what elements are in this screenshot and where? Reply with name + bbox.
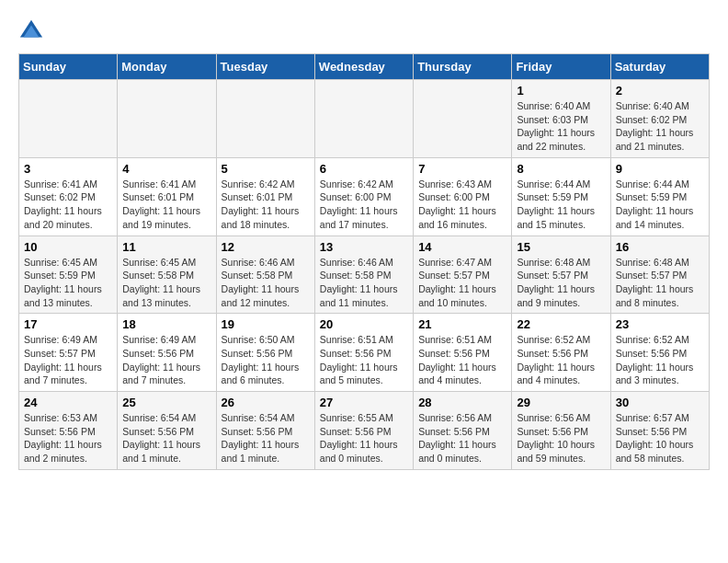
calendar-cell: 4Sunrise: 6:41 AM Sunset: 6:01 PM Daylig… (118, 157, 216, 236)
day-number: 2 (616, 84, 704, 98)
calendar-cell (314, 80, 413, 158)
day-number: 27 (320, 396, 408, 409)
calendar-cell: 23Sunrise: 6:52 AM Sunset: 5:56 PM Dayli… (610, 314, 709, 392)
header-day-tuesday: Tuesday (216, 54, 314, 80)
day-info: Sunrise: 6:40 AM Sunset: 6:03 PM Dayligh… (517, 99, 605, 154)
day-info: Sunrise: 6:44 AM Sunset: 5:59 PM Dayligh… (616, 178, 704, 232)
calendar-cell: 12Sunrise: 6:46 AM Sunset: 5:58 PM Dayli… (216, 236, 314, 314)
page-header (18, 18, 710, 44)
day-info: Sunrise: 6:47 AM Sunset: 5:57 PM Dayligh… (418, 256, 506, 310)
day-number: 9 (616, 162, 704, 176)
calendar-cell: 18Sunrise: 6:49 AM Sunset: 5:56 PM Dayli… (118, 314, 216, 392)
day-number: 18 (122, 317, 210, 331)
day-info: Sunrise: 6:45 AM Sunset: 5:58 PM Dayligh… (122, 256, 210, 310)
day-number: 14 (418, 240, 506, 254)
day-info: Sunrise: 6:56 AM Sunset: 5:56 PM Dayligh… (517, 411, 605, 465)
day-info: Sunrise: 6:51 AM Sunset: 5:56 PM Dayligh… (418, 333, 506, 387)
calendar-cell (118, 80, 216, 158)
day-number: 8 (517, 162, 605, 176)
week-row-3: 10Sunrise: 6:45 AM Sunset: 5:59 PM Dayli… (19, 236, 710, 314)
day-number: 10 (24, 240, 112, 254)
day-info: Sunrise: 6:49 AM Sunset: 5:57 PM Dayligh… (24, 333, 112, 387)
calendar-cell: 16Sunrise: 6:48 AM Sunset: 5:57 PM Dayli… (610, 236, 709, 314)
day-number: 20 (320, 317, 408, 331)
day-info: Sunrise: 6:48 AM Sunset: 5:57 PM Dayligh… (517, 256, 605, 310)
calendar-cell: 15Sunrise: 6:48 AM Sunset: 5:57 PM Dayli… (512, 236, 610, 314)
day-info: Sunrise: 6:46 AM Sunset: 5:58 PM Dayligh… (222, 256, 310, 310)
day-info: Sunrise: 6:55 AM Sunset: 5:56 PM Dayligh… (320, 411, 408, 465)
header-day-saturday: Saturday (610, 54, 709, 80)
calendar-cell: 2Sunrise: 6:40 AM Sunset: 6:02 PM Daylig… (610, 80, 709, 158)
day-number: 28 (418, 396, 506, 409)
day-number: 4 (122, 162, 210, 176)
day-info: Sunrise: 6:56 AM Sunset: 5:56 PM Dayligh… (418, 411, 506, 465)
week-row-2: 3Sunrise: 6:41 AM Sunset: 6:02 PM Daylig… (19, 157, 710, 236)
day-info: Sunrise: 6:54 AM Sunset: 5:56 PM Dayligh… (122, 411, 210, 465)
day-number: 30 (616, 396, 704, 409)
calendar-cell: 22Sunrise: 6:52 AM Sunset: 5:56 PM Dayli… (512, 314, 610, 392)
day-number: 15 (517, 240, 605, 254)
day-info: Sunrise: 6:41 AM Sunset: 6:01 PM Dayligh… (122, 178, 210, 232)
day-number: 5 (222, 162, 310, 176)
day-info: Sunrise: 6:53 AM Sunset: 5:56 PM Dayligh… (24, 411, 112, 465)
header-row: SundayMondayTuesdayWednesdayThursdayFrid… (19, 54, 710, 80)
day-info: Sunrise: 6:44 AM Sunset: 5:59 PM Dayligh… (517, 178, 605, 232)
day-number: 25 (122, 396, 210, 409)
day-info: Sunrise: 6:45 AM Sunset: 5:59 PM Dayligh… (24, 256, 112, 310)
day-info: Sunrise: 6:40 AM Sunset: 6:02 PM Dayligh… (616, 99, 704, 154)
calendar-cell: 14Sunrise: 6:47 AM Sunset: 5:57 PM Dayli… (414, 236, 512, 314)
day-number: 29 (517, 396, 605, 409)
day-number: 6 (320, 162, 408, 176)
calendar-cell: 25Sunrise: 6:54 AM Sunset: 5:56 PM Dayli… (118, 392, 216, 470)
calendar-cell: 13Sunrise: 6:46 AM Sunset: 5:58 PM Dayli… (314, 236, 413, 314)
calendar-header: SundayMondayTuesdayWednesdayThursdayFrid… (19, 54, 710, 80)
day-number: 21 (418, 317, 506, 331)
day-info: Sunrise: 6:54 AM Sunset: 5:56 PM Dayligh… (222, 411, 310, 465)
calendar-table: SundayMondayTuesdayWednesdayThursdayFrid… (18, 53, 710, 470)
header-day-sunday: Sunday (19, 54, 118, 80)
calendar-cell: 1Sunrise: 6:40 AM Sunset: 6:03 PM Daylig… (512, 80, 610, 158)
calendar-cell: 28Sunrise: 6:56 AM Sunset: 5:56 PM Dayli… (414, 392, 512, 470)
day-number: 24 (24, 396, 112, 409)
header-day-thursday: Thursday (414, 54, 512, 80)
day-number: 26 (222, 396, 310, 409)
week-row-5: 24Sunrise: 6:53 AM Sunset: 5:56 PM Dayli… (19, 392, 710, 470)
day-info: Sunrise: 6:48 AM Sunset: 5:57 PM Dayligh… (616, 256, 704, 310)
calendar-cell: 7Sunrise: 6:43 AM Sunset: 6:00 PM Daylig… (414, 157, 512, 236)
day-number: 19 (222, 317, 310, 331)
logo (18, 18, 48, 44)
calendar-cell: 24Sunrise: 6:53 AM Sunset: 5:56 PM Dayli… (19, 392, 118, 470)
day-number: 23 (616, 317, 704, 331)
day-number: 3 (24, 162, 112, 176)
logo-icon (18, 18, 44, 44)
day-number: 1 (517, 84, 605, 98)
week-row-4: 17Sunrise: 6:49 AM Sunset: 5:57 PM Dayli… (19, 314, 710, 392)
calendar-cell: 5Sunrise: 6:42 AM Sunset: 6:01 PM Daylig… (216, 157, 314, 236)
day-info: Sunrise: 6:43 AM Sunset: 6:00 PM Dayligh… (418, 178, 506, 232)
calendar-cell: 9Sunrise: 6:44 AM Sunset: 5:59 PM Daylig… (610, 157, 709, 236)
header-day-friday: Friday (512, 54, 610, 80)
day-info: Sunrise: 6:57 AM Sunset: 5:56 PM Dayligh… (616, 411, 704, 465)
calendar-cell (216, 80, 314, 158)
header-day-wednesday: Wednesday (314, 54, 413, 80)
day-number: 22 (517, 317, 605, 331)
calendar-cell (414, 80, 512, 158)
day-number: 13 (320, 240, 408, 254)
calendar-cell: 11Sunrise: 6:45 AM Sunset: 5:58 PM Dayli… (118, 236, 216, 314)
day-number: 12 (222, 240, 310, 254)
calendar-cell: 8Sunrise: 6:44 AM Sunset: 5:59 PM Daylig… (512, 157, 610, 236)
day-info: Sunrise: 6:46 AM Sunset: 5:58 PM Dayligh… (320, 256, 408, 310)
day-number: 17 (24, 317, 112, 331)
day-info: Sunrise: 6:42 AM Sunset: 6:01 PM Dayligh… (222, 178, 310, 232)
header-day-monday: Monday (118, 54, 216, 80)
day-info: Sunrise: 6:49 AM Sunset: 5:56 PM Dayligh… (122, 333, 210, 387)
calendar-cell: 21Sunrise: 6:51 AM Sunset: 5:56 PM Dayli… (414, 314, 512, 392)
day-info: Sunrise: 6:50 AM Sunset: 5:56 PM Dayligh… (222, 333, 310, 387)
calendar-cell: 3Sunrise: 6:41 AM Sunset: 6:02 PM Daylig… (19, 157, 118, 236)
calendar-cell: 6Sunrise: 6:42 AM Sunset: 6:00 PM Daylig… (314, 157, 413, 236)
calendar-cell: 20Sunrise: 6:51 AM Sunset: 5:56 PM Dayli… (314, 314, 413, 392)
day-number: 11 (122, 240, 210, 254)
calendar-cell (19, 80, 118, 158)
day-info: Sunrise: 6:52 AM Sunset: 5:56 PM Dayligh… (517, 333, 605, 387)
day-number: 16 (616, 240, 704, 254)
